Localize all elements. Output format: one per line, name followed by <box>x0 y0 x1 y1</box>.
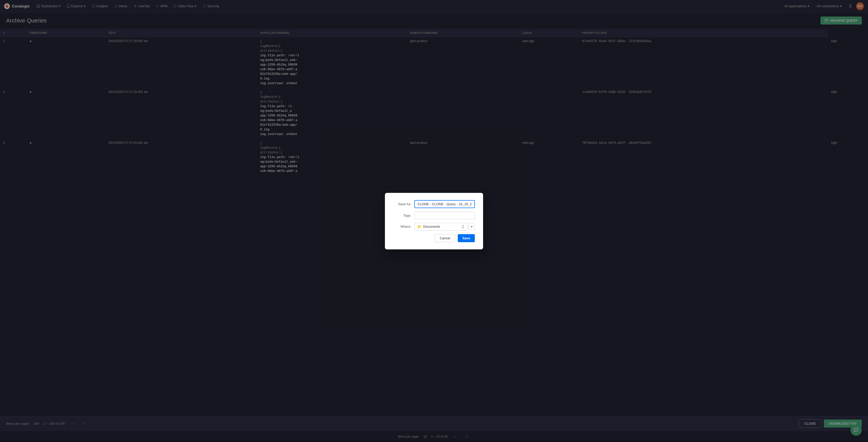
where-row: Where: 📁 Documents ▾ <box>393 223 475 231</box>
tags-input[interactable] <box>414 212 475 219</box>
where-expand-button[interactable]: ▾ <box>469 223 475 230</box>
save-as-row: Save As: <box>393 200 475 208</box>
modal-buttons: Cancel Save <box>393 234 475 242</box>
where-select[interactable]: 📁 Documents <box>414 223 468 231</box>
save-as-input[interactable] <box>414 200 475 208</box>
where-container: 📁 Documents ▾ <box>414 223 475 231</box>
save-dialog: Save As: Tags: Where: 📁 Documents ▾ Canc… <box>385 193 483 249</box>
tags-label: Tags: <box>393 213 411 217</box>
modal-overlay: Save As: Tags: Where: 📁 Documents ▾ Canc… <box>0 0 868 442</box>
up-down-arrows-icon <box>461 225 465 229</box>
save-as-label: Save As: <box>393 202 411 206</box>
save-button[interactable]: Save <box>458 234 475 242</box>
where-value: Documents <box>423 225 440 229</box>
where-label: Where: <box>393 225 411 229</box>
folder-icon: 📁 <box>417 225 422 229</box>
cancel-button[interactable]: Cancel <box>435 234 455 242</box>
tags-row: Tags: <box>393 212 475 219</box>
